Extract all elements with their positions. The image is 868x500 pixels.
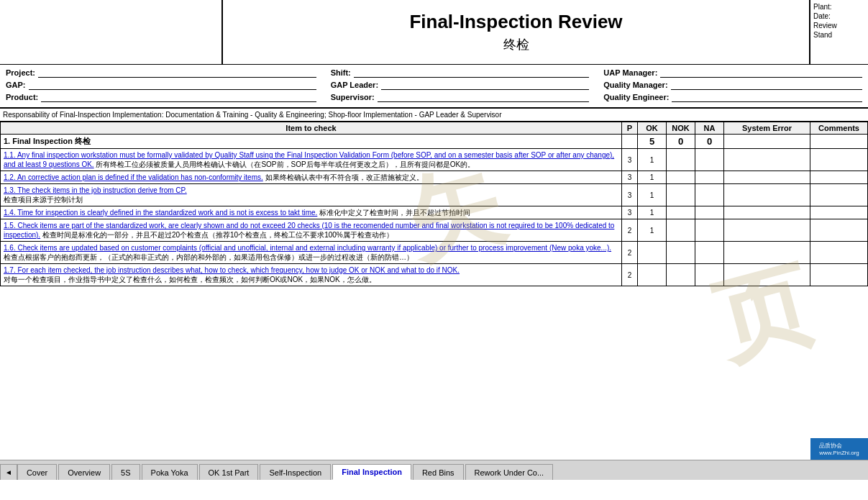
col-header-item: Item to check: [1, 122, 622, 135]
row-1-6-sys: [724, 242, 810, 264]
tab-red-bins[interactable]: Red Bins: [413, 464, 464, 480]
row-1-5-sys: [724, 219, 810, 242]
row-1-2-comments: [810, 171, 868, 184]
row-1-6-comments: [810, 242, 868, 264]
row-1-4-comments: [810, 206, 868, 219]
quality-engineer-value[interactable]: [672, 92, 862, 102]
section-1-header: 1. Final Inspection 终检 5 0 0: [1, 135, 868, 149]
product-value[interactable]: [41, 92, 316, 102]
row-1-3-en: 1.3. The check items in the job instruct…: [4, 186, 187, 194]
header-center: Final-Inspection Review 终检: [223, 0, 810, 64]
supervisor-value[interactable]: [378, 92, 590, 102]
row-1-4-text: 1.4. Time for inspection is clearly defi…: [1, 206, 622, 219]
tab-arrow-left[interactable]: ◄: [0, 464, 17, 480]
uap-value[interactable]: [660, 68, 862, 78]
section-1-title: 1. Final Inspection 终检: [1, 135, 622, 149]
tab-cover[interactable]: Cover: [17, 464, 57, 480]
tab-poka-yoka[interactable]: Poka Yoka: [142, 464, 198, 480]
ok-sum-value: 5: [649, 136, 654, 147]
row-1-2-p: 3: [622, 171, 638, 184]
col-header-ok: OK: [638, 122, 667, 135]
fields-section: Project: Shift: UAP Manager: GAP: GAP Le…: [0, 65, 868, 108]
row-1-1-p: 3: [622, 149, 638, 171]
table-row: 1.7. For each item checked, the job inst…: [1, 264, 868, 286]
gap-value[interactable]: [29, 80, 316, 90]
row-1-3-nok: [667, 184, 695, 206]
row-1-3-p: 3: [622, 184, 638, 206]
row-1-7-en: 1.7. For each item checked, the job inst…: [4, 266, 460, 274]
col-header-comments: Comments: [810, 122, 868, 135]
row-1-1-comments: [810, 149, 868, 171]
project-value[interactable]: [38, 68, 316, 78]
row-1-7-p: 2: [622, 264, 638, 286]
row-1-4-sys: [724, 206, 810, 219]
quality-engineer-label: Quality Engineer:: [603, 93, 669, 101]
tab-ok-1st-part[interactable]: OK 1st Part: [199, 464, 259, 480]
row-1-3-sys: [724, 184, 810, 206]
row-1-2-text: 1.2. An corrective action plan is define…: [1, 171, 622, 184]
row-1-4-zh: 标准化中定义了检查时间，并且不超过节拍时间: [319, 209, 470, 217]
main-table: Item to check P OK NOK NA System Error C…: [0, 122, 868, 286]
responsibility-text: Responsability of Final-Inspection Imple…: [0, 108, 868, 122]
row-1-2-ok: 1: [638, 171, 667, 184]
row-1-3-zh: 检查项目来源于控制计划: [4, 196, 83, 204]
col-header-na: NA: [695, 122, 724, 135]
plant-label: Plant:: [813, 3, 865, 11]
row-1-5-nok: [667, 219, 695, 242]
main-title: Final-Inspection Review: [409, 11, 622, 33]
row-1-4-ok: 1: [638, 206, 667, 219]
row-1-5-zh: 检查时间是标准化的一部分，并且不超过20个检查点（推荐10个检查点，终检工位不要…: [42, 231, 393, 239]
row-1-1-ok: 1: [638, 149, 667, 171]
gap-leader-label: GAP Leader:: [331, 81, 378, 89]
tab-rework-under-co[interactable]: Rework Under Co...: [465, 464, 554, 480]
row-1-6-p: 2: [622, 242, 638, 264]
row-1-2-na: [695, 171, 724, 184]
supervisor-label: Supervisor:: [331, 93, 375, 101]
row-1-7-nok: [667, 264, 695, 286]
shift-label: Shift:: [331, 68, 351, 77]
row-1-2-sys: [724, 171, 810, 184]
row-1-7-text: 1.7. For each item checked, the job inst…: [1, 264, 622, 286]
table-row: 1.3. The check items in the job instruct…: [1, 184, 868, 206]
col-header-system-error: System Error: [724, 122, 810, 135]
row-1-6-ok: [638, 242, 667, 264]
shift-value[interactable]: [354, 68, 590, 78]
tab-5s[interactable]: 5S: [111, 464, 140, 480]
tab-self-inspection[interactable]: Self-Inspection: [260, 464, 331, 480]
row-1-2-nok: [667, 171, 695, 184]
row-1-4-p: 3: [622, 206, 638, 219]
section-1-p-blank: [622, 135, 638, 149]
row-1-5-p: 2: [622, 219, 638, 242]
row-1-6-text: 1.6. Check items are updated based on cu…: [1, 242, 622, 264]
table-row: 1.2. An corrective action plan is define…: [1, 171, 868, 184]
row-1-3-ok: 1: [638, 184, 667, 206]
row-1-7-sys: [724, 264, 810, 286]
row-1-5-comments: [810, 219, 868, 242]
gap-label: GAP:: [6, 81, 26, 89]
corner-logo: 品质协会www.PinZhi.org: [810, 438, 868, 460]
date-label: Date:: [813, 12, 865, 20]
subtitle: 终检: [503, 36, 529, 53]
section-1-na-sum: 0: [695, 135, 724, 149]
row-1-7-zh: 对每一个检查项目，作业指导书中定义了检查什么，如何检查，检查频次，如何判断OK或…: [4, 276, 376, 283]
row-1-5-na: [695, 219, 724, 242]
row-1-6-na: [695, 242, 724, 264]
row-1-6-en: 1.6. Check items are updated based on cu…: [4, 244, 611, 252]
row-1-4-na: [695, 206, 724, 219]
row-1-6-nok: [667, 242, 695, 264]
row-1-5-ok: 1: [638, 219, 667, 242]
row-1-2-zh: 如果终检确认表中有不符合项，改正措施被定义。: [265, 173, 424, 181]
quality-manager-value[interactable]: [671, 80, 862, 90]
header-right: Plant: Date: Review Stand: [810, 0, 868, 64]
row-1-1-text: 1.1. Any final inspection workstation mu…: [1, 149, 622, 171]
section-1-nok-sum: 0: [667, 135, 695, 149]
col-header-nok: NOK: [667, 122, 695, 135]
tab-overview[interactable]: Overview: [58, 464, 110, 480]
gap-leader-value[interactable]: [381, 80, 589, 90]
table-row: 1.6. Check items are updated based on cu…: [1, 242, 868, 264]
section-1-ok-sum: 5: [638, 135, 667, 149]
row-1-1-na: [695, 149, 724, 171]
tab-final-inspection[interactable]: Final Inspection: [332, 464, 411, 480]
row-1-3-na: [695, 184, 724, 206]
row-1-6-zh: 检查点根据客户的抱怨而更新，（正式的和非正式的，内部的和外部的，如果适用包含保修…: [4, 253, 414, 261]
